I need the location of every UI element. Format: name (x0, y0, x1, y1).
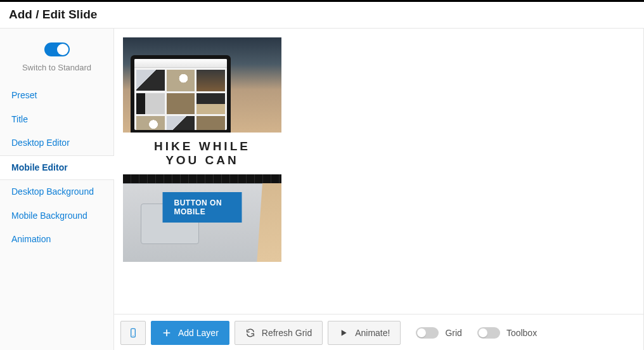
body: Switch to Standard Preset Title Desktop … (0, 29, 644, 350)
play-icon (338, 328, 349, 338)
sidebar-item-mobile-background[interactable]: Mobile Background (0, 204, 113, 228)
add-layer-label: Add Layer (178, 328, 219, 338)
mobile-icon (128, 328, 138, 338)
refresh-icon (245, 328, 255, 338)
standard-toggle[interactable] (44, 42, 70, 56)
sidebar-item-label: Animation (11, 234, 51, 244)
toggle-knob (417, 328, 426, 337)
main: HIKE WHILE YOU CAN BUTTON ON MOBILE (114, 29, 644, 350)
sidebar-item-animation[interactable]: Animation (0, 228, 113, 252)
animate-label: Animate! (355, 328, 390, 338)
standard-toggle-label: Switch to Standard (22, 63, 91, 72)
add-layer-button[interactable]: Add Layer (151, 321, 229, 345)
editor-toolbar: Add Layer Refresh Grid Animate! Grid (114, 314, 644, 350)
sidebar-item-label: Title (11, 114, 28, 124)
sidebar-item-title[interactable]: Title (0, 108, 113, 132)
preview-headline-text[interactable]: HIKE WHILE YOU CAN (154, 139, 250, 167)
sidebar-item-label: Mobile Editor (11, 162, 68, 172)
grid-toggle[interactable] (416, 327, 439, 339)
toggle-knob (479, 328, 487, 337)
standard-toggle-group: Switch to Standard (0, 42, 113, 84)
toggle-knob (57, 44, 68, 55)
sidebar-item-label: Mobile Background (11, 211, 87, 221)
slide-preview[interactable]: HIKE WHILE YOU CAN BUTTON ON MOBILE (123, 37, 281, 262)
refresh-grid-button[interactable]: Refresh Grid (235, 321, 323, 345)
preview-top-image (123, 37, 281, 133)
page-header: Add / Edit Slide (0, 2, 644, 29)
sidebar-item-desktop-background[interactable]: Desktop Background (0, 180, 113, 204)
sidebar-item-preset[interactable]: Preset (0, 84, 113, 108)
sidebar-item-label: Preset (11, 90, 37, 100)
device-mobile-button[interactable] (120, 321, 146, 345)
svg-point-1 (132, 335, 133, 336)
canvas-area[interactable]: HIKE WHILE YOU CAN BUTTON ON MOBILE (114, 29, 644, 314)
toolbox-toggle-group: Toolbox (477, 327, 537, 339)
grid-toggle-label: Grid (445, 328, 461, 338)
grid-toggle-group: Grid (416, 327, 461, 339)
sidebar-nav: Preset Title Desktop Editor Mobile Edito… (0, 84, 113, 252)
animate-button[interactable]: Animate! (328, 321, 401, 345)
sidebar-item-mobile-editor[interactable]: Mobile Editor (0, 155, 114, 181)
preview-headline-band: HIKE WHILE YOU CAN (123, 133, 281, 174)
plus-icon (162, 328, 172, 338)
toolbox-toggle[interactable] (477, 327, 500, 339)
sidebar: Switch to Standard Preset Title Desktop … (0, 29, 114, 350)
page-title: Add / Edit Slide (9, 8, 635, 22)
sidebar-item-label: Desktop Editor (11, 138, 70, 148)
refresh-grid-label: Refresh Grid (262, 328, 312, 338)
sidebar-item-label: Desktop Background (11, 186, 94, 197)
sidebar-item-desktop-editor[interactable]: Desktop Editor (0, 131, 113, 155)
preview-cta-button[interactable]: BUTTON ON MOBILE (163, 192, 242, 223)
toolbox-toggle-label: Toolbox (506, 328, 537, 338)
